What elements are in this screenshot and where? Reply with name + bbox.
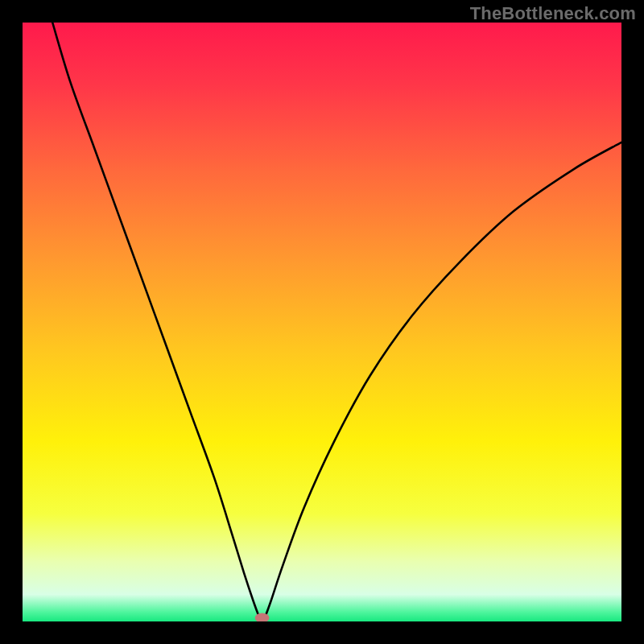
plot-area [23,23,621,621]
chart-frame: TheBottleneck.com [0,0,644,644]
curve-layer [23,23,621,621]
watermark-text: TheBottleneck.com [470,3,636,24]
bottleneck-curve [52,23,621,621]
